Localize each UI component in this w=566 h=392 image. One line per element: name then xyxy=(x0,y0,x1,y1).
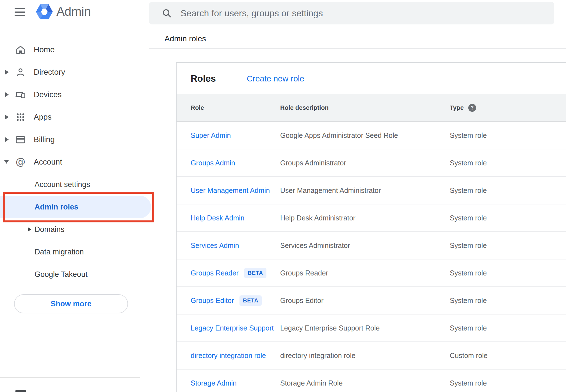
role-type: System role xyxy=(450,131,566,140)
header-divider xyxy=(149,48,566,49)
role-description: Groups Editor xyxy=(280,297,450,305)
search-icon xyxy=(161,8,172,19)
app-title: Admin xyxy=(56,4,91,19)
svg-text:@: @ xyxy=(16,156,26,167)
google-admin-console: Admin Search for users, groups or settin… xyxy=(0,0,566,392)
sidebar-item-google-takeout[interactable]: Google Takeout xyxy=(0,263,88,286)
sidebar-item-devices[interactable]: Devices xyxy=(0,83,62,106)
sidebar-bottom-divider xyxy=(0,377,140,378)
menu-icon[interactable] xyxy=(15,8,25,16)
admin-logo-icon xyxy=(36,3,53,22)
sidebar-item-admin-roles[interactable]: Admin roles xyxy=(0,196,151,218)
role-description: Storage Admin Role xyxy=(280,379,450,387)
role-type: System role xyxy=(450,324,566,332)
role-link[interactable]: Groups Reader xyxy=(191,269,239,277)
table-row: Groups EditorBETAGroups EditorSystem rol… xyxy=(177,287,566,314)
table-row: Groups ReaderBETAGroups ReaderSystem rol… xyxy=(177,259,566,287)
search-placeholder: Search for users, groups or settings xyxy=(181,8,323,19)
sidebar-item-label: Home xyxy=(34,45,55,54)
directory-icon xyxy=(15,66,26,78)
beta-badge: BETA xyxy=(244,268,266,278)
table-row: Legacy Enterprise SupportLegacy Enterpri… xyxy=(177,314,566,342)
sidebar-item-directory[interactable]: Directory xyxy=(0,61,65,83)
role-description: Help Desk Administrator xyxy=(280,214,450,222)
table-row: Super AdminGoogle Apps Administrator See… xyxy=(177,122,566,149)
sidebar-item-apps[interactable]: Apps xyxy=(0,106,52,128)
role-link[interactable]: Storage Admin xyxy=(191,379,237,387)
role-type: System role xyxy=(450,214,566,222)
role-type: System role xyxy=(450,269,566,277)
chevron-right-icon[interactable] xyxy=(28,227,31,232)
role-link[interactable]: Legacy Enterprise Support xyxy=(191,324,274,332)
table-row: directory integration roledirectory inte… xyxy=(177,342,566,370)
devices-icon xyxy=(15,89,26,101)
column-header-role-description: Role description xyxy=(280,104,450,111)
sidebar-item-label: Account xyxy=(34,158,62,167)
role-link[interactable]: User Management Admin xyxy=(191,186,270,195)
sidebar-item-label: Google Takeout xyxy=(35,270,88,279)
column-header-role: Role xyxy=(177,104,280,111)
role-description: directory integration role xyxy=(280,352,450,360)
role-description: User Management Administrator xyxy=(280,186,450,195)
beta-badge: BETA xyxy=(239,295,262,306)
role-description: Groups Administrator xyxy=(280,159,450,167)
chevron-down-icon[interactable] xyxy=(4,160,9,164)
table-row: Services AdminServices AdministratorSyst… xyxy=(177,232,566,259)
show-more-button[interactable]: Show more xyxy=(14,294,128,313)
role-description: Legacy Enterprise Support Role xyxy=(280,324,450,332)
sidebar-item-label: Apps xyxy=(34,113,52,122)
sidebar-item-billing[interactable]: Billing xyxy=(0,128,55,151)
roles-card-header: Roles Create new role xyxy=(177,63,566,94)
sidebar-item-label: Billing xyxy=(34,135,55,144)
create-new-role-link[interactable]: Create new role xyxy=(247,74,304,83)
chevron-right-icon[interactable] xyxy=(5,137,9,142)
role-type: System role xyxy=(450,186,566,195)
role-type: Custom role xyxy=(450,352,566,360)
sidebar-item-label: Directory xyxy=(34,68,65,77)
sidebar-item-account-settings[interactable]: Account settings xyxy=(0,173,90,196)
roles-card: Roles Create new role Role Role descript… xyxy=(176,62,566,392)
sidebar-item-account[interactable]: @Account xyxy=(0,151,62,173)
breadcrumb: Admin roles xyxy=(165,34,206,43)
sidebar-item-data-migration[interactable]: Data migration xyxy=(0,241,84,263)
help-icon[interactable]: ? xyxy=(468,104,476,112)
role-type: System role xyxy=(450,379,566,387)
sidebar-item-home[interactable]: Home xyxy=(0,38,55,61)
role-link[interactable]: Groups Editor xyxy=(191,297,234,305)
table-header: Role Role description Type ? xyxy=(177,94,566,122)
table-row: Storage AdminStorage Admin RoleSystem ro… xyxy=(177,370,566,392)
role-description: Google Apps Administrator Seed Role xyxy=(280,131,450,140)
role-type: System role xyxy=(450,297,566,305)
column-header-type: Type xyxy=(450,104,464,111)
apps-icon xyxy=(15,111,26,123)
sidebar-item-label: Account settings xyxy=(35,180,90,189)
table-row: Groups AdminGroups AdministratorSystem r… xyxy=(177,149,566,177)
chevron-right-icon[interactable] xyxy=(5,70,9,74)
home-icon xyxy=(15,44,26,56)
role-type: System role xyxy=(450,159,566,167)
role-description: Groups Reader xyxy=(280,269,450,277)
sidebar-item-domains[interactable]: Domains xyxy=(0,218,65,241)
role-description: Services Administrator xyxy=(280,241,450,250)
roles-table-body: Super AdminGoogle Apps Administrator See… xyxy=(177,122,566,392)
role-link[interactable]: Super Admin xyxy=(191,131,231,140)
role-type: System role xyxy=(450,241,566,250)
card-title: Roles xyxy=(191,73,216,84)
chevron-right-icon[interactable] xyxy=(5,92,9,97)
role-link[interactable]: Groups Admin xyxy=(191,159,235,167)
chevron-right-icon[interactable] xyxy=(5,115,9,119)
role-link[interactable]: directory integration role xyxy=(191,352,266,360)
billing-icon xyxy=(15,134,26,145)
sidebar-item-label: Data migration xyxy=(35,248,84,256)
sidebar-item-label: Admin roles xyxy=(35,203,78,211)
account-icon: @ xyxy=(15,156,26,168)
sidebar-item-label: Devices xyxy=(34,90,62,99)
partial-bottom-icon xyxy=(15,390,26,392)
search-bar[interactable]: Search for users, groups or settings xyxy=(149,2,554,24)
role-link[interactable]: Help Desk Admin xyxy=(191,214,245,222)
role-link[interactable]: Services Admin xyxy=(191,241,239,250)
table-row: User Management AdminUser Management Adm… xyxy=(177,177,566,204)
sidebar-item-label: Domains xyxy=(35,225,65,234)
table-row: Help Desk AdminHelp Desk AdministratorSy… xyxy=(177,204,566,232)
